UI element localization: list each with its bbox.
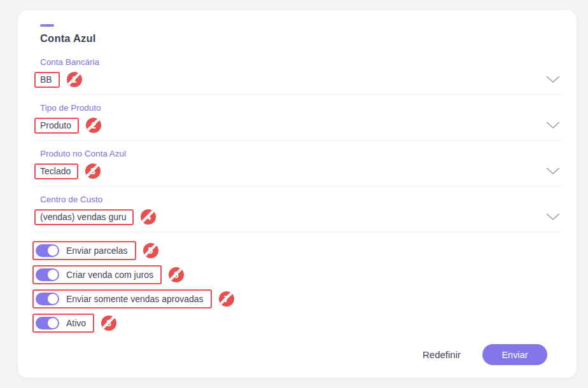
annotation-marker-2: 2 <box>86 118 101 133</box>
annotation-box-3: Teclado <box>34 163 78 179</box>
field-label-centro-de-custo: Centro de Custo <box>40 195 561 204</box>
toggle-section: Enviar parcelas 5 Criar venda com juros … <box>34 241 561 333</box>
toggle-ativo[interactable] <box>36 317 59 329</box>
select-conta-bancaria[interactable]: BB 1 <box>34 71 561 88</box>
annotation-box-8: Ativo <box>32 314 94 333</box>
field-label-tipo-de-produto: Tipo de Produto <box>40 103 561 113</box>
field-conta-bancaria: Conta Bancária BB 1 <box>34 57 561 95</box>
field-label-conta-bancaria: Conta Bancária <box>40 57 561 67</box>
annotation-box-1: BB <box>34 72 60 88</box>
annotation-marker-5: 5 <box>143 243 158 258</box>
accent-dash <box>40 24 54 27</box>
select-value-centro-de-custo: (vendas) vendas guru <box>40 212 126 222</box>
divider <box>34 186 561 186</box>
chevron-down-icon[interactable] <box>546 213 560 221</box>
field-centro-de-custo: Centro de Custo (vendas) vendas guru 4 <box>34 195 561 232</box>
toggle-label-enviar-somente-vendas-aprovadas: Enviar somente vendas aprovadas <box>66 294 204 304</box>
annotation-marker-6: 6 <box>169 267 184 282</box>
chevron-down-icon[interactable] <box>546 121 560 129</box>
redefinir-button[interactable]: Redefinir <box>423 349 461 360</box>
toggle-enviar-somente-vendas-aprovadas[interactable] <box>36 293 59 305</box>
conta-azul-card: Conta Azul Conta Bancária BB 1 Tipo de P… <box>18 10 577 378</box>
annotation-marker-8: 8 <box>101 315 116 331</box>
toggle-knob <box>48 318 58 328</box>
toggle-label-enviar-parcelas: Enviar parcelas <box>66 246 128 256</box>
annotation-marker-1: 1 <box>67 72 82 87</box>
toggle-enviar-parcelas[interactable] <box>36 244 59 257</box>
field-tipo-de-produto: Tipo de Produto Produto 2 <box>34 103 561 141</box>
select-centro-de-custo[interactable]: (vendas) vendas guru 4 <box>34 209 561 225</box>
toggle-criar-venda-com-juros[interactable] <box>36 268 59 281</box>
annotation-box-5: Enviar parcelas <box>32 241 136 260</box>
form-actions: Redefinir Enviar <box>34 344 561 365</box>
toggle-knob <box>48 270 58 280</box>
toggle-row-criar-venda-com-juros: Criar venda com juros 6 <box>32 265 561 284</box>
toggle-row-enviar-somente-vendas-aprovadas: Enviar somente vendas aprovadas 7 <box>32 289 561 308</box>
select-value-produto-no-conta-azul: Teclado <box>40 166 71 176</box>
annotation-box-2: Produto <box>34 118 79 134</box>
toggle-knob <box>48 246 58 256</box>
toggle-label-ativo: Ativo <box>66 318 86 328</box>
select-produto-no-conta-azul[interactable]: Teclado 3 <box>34 163 561 179</box>
select-value-tipo-de-produto: Produto <box>40 120 71 130</box>
page-title: Conta Azul <box>40 32 561 45</box>
field-label-produto-no-conta-azul: Produto no Conta Azul <box>40 149 561 158</box>
select-value-conta-bancaria: BB <box>40 74 52 85</box>
annotation-marker-3: 3 <box>85 163 101 179</box>
select-tipo-de-produto[interactable]: Produto 2 <box>34 117 561 134</box>
chevron-down-icon[interactable] <box>546 167 560 175</box>
annotation-marker-4: 4 <box>141 209 156 225</box>
annotation-box-7: Enviar somente vendas aprovadas <box>32 289 212 308</box>
divider <box>34 140 561 141</box>
toggle-row-ativo: Ativo 8 <box>32 314 561 333</box>
toggle-label-criar-venda-com-juros: Criar venda com juros <box>66 270 153 280</box>
divider <box>34 232 561 232</box>
field-produto-no-conta-azul: Produto no Conta Azul Teclado 3 <box>34 149 561 186</box>
chevron-down-icon[interactable] <box>546 76 560 83</box>
annotation-box-6: Criar venda com juros <box>32 265 162 284</box>
form-fields: Conta Bancária BB 1 Tipo de Produto <box>34 57 561 232</box>
toggle-knob <box>48 294 58 304</box>
toggle-row-enviar-parcelas: Enviar parcelas 5 <box>32 241 561 260</box>
enviar-button[interactable]: Enviar <box>482 344 547 365</box>
divider <box>34 94 561 95</box>
annotation-marker-7: 7 <box>219 291 234 307</box>
annotation-box-4: (vendas) vendas guru <box>34 209 134 225</box>
